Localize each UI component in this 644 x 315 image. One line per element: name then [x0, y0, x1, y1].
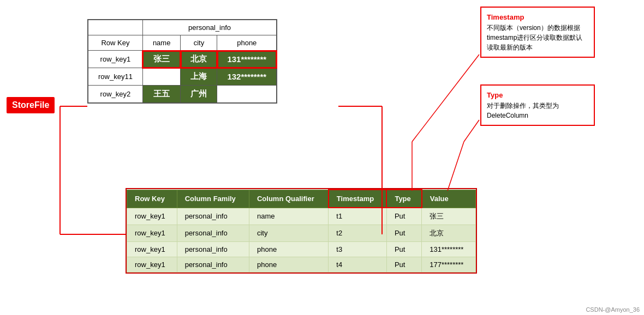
bd-family: personal_info — [177, 208, 249, 225]
table-row: row_key1 personal_info phone t3 Put 131*… — [127, 241, 476, 257]
bd-rowkey: row_key1 — [127, 241, 177, 257]
rowkey-cell: row_key11 — [88, 68, 143, 86]
table-row: row_key1 personal_info city t2 Put 北京 — [127, 225, 476, 241]
timestamp-text: 不同版本（version）的数据根据timestamp进行区分读取数据默认读取最… — [487, 23, 588, 52]
bd-value: 北京 — [422, 225, 476, 241]
rowkey-cell: row_key1 — [88, 51, 143, 68]
bd-timestamp: t1 — [329, 208, 387, 225]
bd-rowkey: row_key1 — [127, 208, 177, 225]
top-table-title: personal_info — [142, 20, 276, 35]
city-cell: 上海 — [181, 68, 217, 86]
bh-family: Column Family — [177, 190, 249, 208]
bd-qualifier: city — [249, 225, 328, 241]
bd-family: personal_info — [177, 225, 249, 241]
top-table: personal_info Row Key name city phone ro… — [88, 20, 277, 103]
bd-qualifier: phone — [249, 241, 328, 257]
type-title: Type — [487, 90, 588, 101]
bd-rowkey: row_key1 — [127, 225, 177, 241]
name-cell: 王五 — [142, 86, 181, 103]
bd-type: Put — [386, 208, 421, 225]
bh-type: Type — [386, 190, 421, 208]
bh-rowkey: Row Key — [127, 190, 177, 208]
main-container: StoreFile personal_info Row Key name cit… — [0, 0, 644, 315]
phone-cell-empty — [217, 86, 277, 103]
table-row: row_key1 personal_info name t1 Put 张三 — [127, 208, 476, 225]
city-cell: 广州 — [181, 86, 217, 103]
bh-timestamp: Timestamp — [329, 190, 387, 208]
bd-type: Put — [386, 225, 421, 241]
col-name: name — [142, 35, 181, 51]
col-phone: phone — [217, 35, 277, 51]
phone-cell: 132******** — [217, 68, 277, 86]
bd-timestamp: t2 — [329, 225, 387, 241]
bd-timestamp: t4 — [329, 257, 387, 272]
rowkey-cell: row_key2 — [88, 86, 143, 103]
svg-line-8 — [448, 142, 464, 191]
table-row: row_key1 personal_info phone t4 Put 177*… — [127, 257, 476, 272]
bh-qualifier: Column Qualifier — [249, 190, 328, 208]
type-annotation: Type 对于删除操作，其类型为DeleteColumn — [480, 84, 595, 126]
timestamp-annotation: Timestamp 不同版本（version）的数据根据timestamp进行区… — [480, 7, 595, 58]
phone-cell: 131******** — [217, 51, 277, 68]
table-row: row_key2 王五 广州 — [88, 86, 277, 103]
svg-line-7 — [412, 54, 479, 142]
name-cell: 张三 — [142, 51, 181, 68]
table-row: row_key1 张三 北京 131******** — [88, 51, 277, 68]
svg-line-9 — [464, 120, 479, 142]
watermark: CSDN-@Amyon_36 — [586, 306, 640, 313]
bd-value: 张三 — [422, 208, 476, 225]
bottom-table: Row Key Column Family Column Qualifier T… — [127, 189, 476, 272]
storefile-label: StoreFile — [7, 97, 55, 113]
bh-value: Value — [422, 190, 476, 208]
bd-rowkey: row_key1 — [127, 257, 177, 272]
timestamp-title: Timestamp — [487, 12, 588, 23]
bd-qualifier: name — [249, 208, 328, 225]
top-table-wrapper: personal_info Row Key name city phone ro… — [87, 19, 277, 104]
bottom-table-wrapper: Row Key Column Family Column Qualifier T… — [126, 188, 477, 274]
bd-type: Put — [386, 241, 421, 257]
top-table-empty-header — [88, 20, 143, 35]
bd-value: 177******** — [422, 257, 476, 272]
bd-qualifier: phone — [249, 257, 328, 272]
type-text: 对于删除操作，其类型为DeleteColumn — [487, 101, 588, 120]
bd-type: Put — [386, 257, 421, 272]
name-cell-empty — [142, 68, 181, 86]
city-cell: 北京 — [181, 51, 217, 68]
table-row: row_key11 上海 132******** — [88, 68, 277, 86]
col-rowkey: Row Key — [88, 35, 143, 51]
col-city: city — [181, 35, 217, 51]
bd-family: personal_info — [177, 241, 249, 257]
bd-value: 131******** — [422, 241, 476, 257]
bd-family: personal_info — [177, 257, 249, 272]
bd-timestamp: t3 — [329, 241, 387, 257]
